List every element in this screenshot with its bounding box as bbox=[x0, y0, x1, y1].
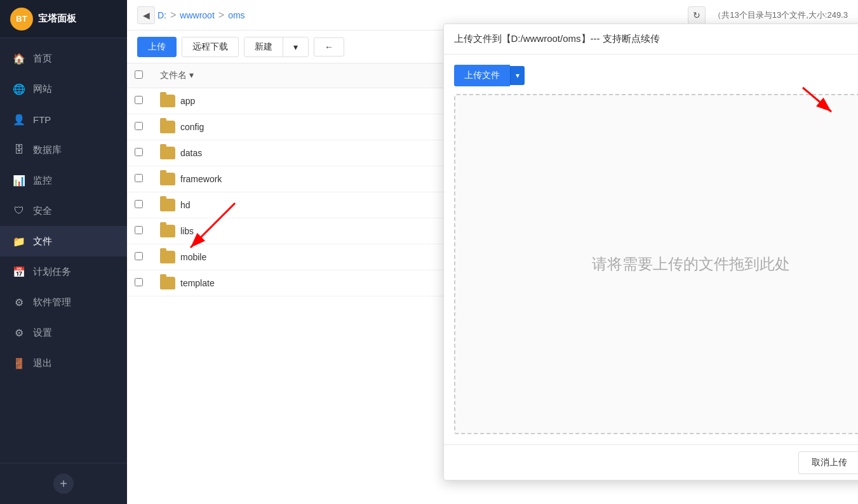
row-checkbox-cell bbox=[127, 166, 152, 192]
upload-file-dropdown-button[interactable]: ▾ bbox=[510, 66, 525, 85]
upload-dialog: 上传文件到【D:/wwwroot/oms】--- 支持断点续传 — ✕ 上传文件… bbox=[443, 23, 859, 481]
database-icon: 🗄 bbox=[13, 143, 25, 156]
folder-icon bbox=[160, 147, 175, 159]
dialog-footer: 取消上传 开始上传 bbox=[444, 444, 859, 480]
folder-icon bbox=[160, 277, 175, 289]
sidebar-item-label: 文件 bbox=[33, 235, 52, 248]
sidebar: BT 宝塔面板 🏠 首页 🌐 网站 👤 FTP 🗄 数据库 📊 监控 🛡 安全 bbox=[0, 0, 127, 504]
row-checkbox[interactable] bbox=[135, 252, 143, 260]
file-name[interactable]: framework bbox=[180, 174, 222, 184]
calendar-icon: 📅 bbox=[13, 265, 25, 278]
select-all-checkbox[interactable] bbox=[135, 70, 143, 79]
dialog-title: 上传文件到【D:/wwwroot/oms】--- 支持断点续传 bbox=[454, 33, 660, 45]
breadcrumb-wwwroot[interactable]: wwwroot bbox=[180, 10, 214, 20]
sidebar-item-software[interactable]: ⚙ 软件管理 bbox=[0, 287, 127, 317]
breadcrumb-d[interactable]: D: bbox=[158, 10, 166, 20]
checkbox-all-cell bbox=[127, 63, 152, 88]
remote-download-button[interactable]: 远程下载 bbox=[182, 37, 239, 57]
upload-btn-row: 上传文件 ▾ bbox=[454, 65, 859, 86]
back-arrow[interactable]: ◀ bbox=[137, 6, 155, 24]
logo: BT 宝塔面板 bbox=[0, 0, 127, 38]
file-name[interactable]: libs bbox=[180, 226, 194, 236]
row-checkbox-cell bbox=[127, 270, 152, 296]
breadcrumb-sep-2: > bbox=[218, 10, 224, 21]
row-checkbox[interactable] bbox=[135, 96, 143, 104]
sidebar-item-label: 数据库 bbox=[33, 144, 62, 156]
shield-icon: 🛡 bbox=[13, 204, 25, 217]
row-checkbox[interactable] bbox=[135, 148, 143, 156]
upload-button[interactable]: 上传 bbox=[137, 37, 177, 57]
file-name[interactable]: template bbox=[180, 278, 215, 288]
new-button-group: 新建 ▾ bbox=[244, 37, 309, 57]
sidebar-item-logout[interactable]: 🚪 退出 bbox=[0, 348, 127, 378]
apps-icon: ⚙ bbox=[13, 296, 25, 308]
file-name[interactable]: hd bbox=[180, 200, 191, 210]
sidebar-item-label: 安全 bbox=[33, 205, 52, 217]
dialog-header: 上传文件到【D:/wwwroot/oms】--- 支持断点续传 — ✕ bbox=[444, 24, 859, 55]
new-button[interactable]: 新建 bbox=[245, 37, 283, 56]
sidebar-item-settings[interactable]: ⚙ 设置 bbox=[0, 317, 127, 348]
file-name[interactable]: datas bbox=[180, 148, 202, 158]
new-dropdown-button[interactable]: ▾ bbox=[283, 37, 308, 56]
dialog-body: 上传文件 ▾ 请将需要上传的文件拖到此处 bbox=[444, 55, 859, 444]
folder-icon bbox=[160, 173, 175, 185]
file-name[interactable]: config bbox=[180, 122, 204, 132]
row-checkbox-cell bbox=[127, 192, 152, 218]
logo-text: 宝塔面板 bbox=[38, 13, 76, 25]
main-content: ◀ D: > wwwroot > oms ↻ （共13个目录与13个文件,大小:… bbox=[127, 0, 858, 504]
sidebar-item-ftp[interactable]: 👤 FTP bbox=[0, 104, 127, 135]
sidebar-nav: 🏠 首页 🌐 网站 👤 FTP 🗄 数据库 📊 监控 🛡 安全 📁 文件 📅 bbox=[0, 38, 127, 463]
file-name[interactable]: mobile bbox=[180, 252, 206, 262]
row-checkbox-cell bbox=[127, 218, 152, 244]
drop-zone[interactable]: 请将需要上传的文件拖到此处 bbox=[454, 94, 859, 434]
add-button[interactable]: + bbox=[53, 474, 74, 494]
row-checkbox-cell bbox=[127, 140, 152, 166]
sidebar-add: + bbox=[0, 463, 127, 504]
sidebar-item-home[interactable]: 🏠 首页 bbox=[0, 43, 127, 74]
cancel-upload-button[interactable]: 取消上传 bbox=[798, 451, 859, 474]
file-count-info: （共13个目录与13个文件,大小:249.3 bbox=[713, 10, 848, 21]
breadcrumb-sep-1: > bbox=[170, 10, 176, 21]
sidebar-item-website[interactable]: 🌐 网站 bbox=[0, 74, 127, 104]
row-checkbox-cell bbox=[127, 244, 152, 270]
sidebar-item-files[interactable]: 📁 文件 bbox=[0, 226, 127, 256]
sidebar-item-label: 设置 bbox=[33, 327, 52, 339]
sidebar-item-label: 首页 bbox=[33, 53, 52, 65]
ftp-icon: 👤 bbox=[13, 113, 25, 126]
row-checkbox[interactable] bbox=[135, 226, 143, 234]
row-checkbox[interactable] bbox=[135, 174, 143, 182]
folder-icon bbox=[160, 225, 175, 237]
logo-icon: BT bbox=[10, 8, 33, 30]
home-icon: 🏠 bbox=[13, 52, 25, 65]
sidebar-item-label: 监控 bbox=[33, 175, 52, 187]
row-checkbox[interactable] bbox=[135, 278, 143, 286]
row-checkbox-cell bbox=[127, 88, 152, 114]
drop-hint-text: 请将需要上传的文件拖到此处 bbox=[592, 254, 790, 274]
folder-icon bbox=[160, 121, 175, 133]
folder-icon: 📁 bbox=[13, 235, 25, 248]
sidebar-item-label: 软件管理 bbox=[33, 296, 71, 308]
folder-icon bbox=[160, 95, 175, 107]
upload-file-button[interactable]: 上传文件 bbox=[454, 65, 510, 86]
logout-icon: 🚪 bbox=[13, 357, 25, 369]
sidebar-item-database[interactable]: 🗄 数据库 bbox=[0, 135, 127, 165]
row-checkbox[interactable] bbox=[135, 122, 143, 130]
folder-icon bbox=[160, 251, 175, 263]
sidebar-item-label: FTP bbox=[33, 114, 51, 125]
row-checkbox[interactable] bbox=[135, 200, 143, 208]
breadcrumb-oms[interactable]: oms bbox=[228, 10, 245, 20]
folder-icon bbox=[160, 199, 175, 211]
file-name[interactable]: app bbox=[180, 96, 195, 106]
sidebar-item-monitor[interactable]: 📊 监控 bbox=[0, 165, 127, 196]
sidebar-item-label: 计划任务 bbox=[33, 266, 71, 278]
sidebar-item-label: 网站 bbox=[33, 83, 52, 95]
sidebar-item-schedule[interactable]: 📅 计划任务 bbox=[0, 256, 127, 287]
row-checkbox-cell bbox=[127, 114, 152, 140]
sidebar-item-label: 退出 bbox=[33, 357, 52, 369]
globe-icon: 🌐 bbox=[13, 83, 25, 95]
gear-icon: ⚙ bbox=[13, 326, 25, 339]
refresh-button[interactable]: ↻ bbox=[688, 6, 706, 24]
sidebar-item-security[interactable]: 🛡 安全 bbox=[0, 196, 127, 226]
toolbar-back-button[interactable]: ← bbox=[314, 37, 344, 56]
monitor-icon: 📊 bbox=[13, 174, 25, 187]
